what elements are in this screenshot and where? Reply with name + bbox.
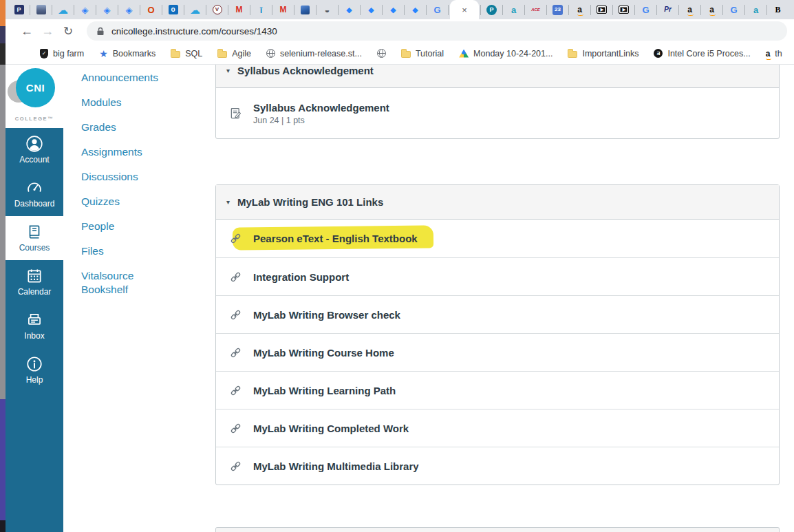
amazon-teal-tab[interactable]: a: [747, 0, 765, 19]
bloomberg-tab[interactable]: B: [769, 0, 787, 19]
tab-separator: [590, 5, 591, 15]
module-item[interactable]: Integration Support: [216, 257, 779, 295]
bookmark-intel[interactable]: ƎIntel Core i5 Proces...: [654, 49, 750, 58]
video-play-tab[interactable]: ▶: [614, 0, 633, 19]
pearson-tab-icon: P: [486, 5, 497, 15]
course-nav-files[interactable]: Files: [81, 244, 171, 258]
outlook-tab[interactable]: o: [164, 0, 182, 19]
sidebar-item-help[interactable]: Help: [6, 348, 63, 392]
tasks-23-tab[interactable]: 23: [548, 0, 567, 19]
google-tab[interactable]: G: [725, 0, 743, 19]
jira-tab[interactable]: ◆: [340, 0, 358, 19]
diamond-app-tab[interactable]: ◈: [98, 0, 116, 19]
module-header[interactable]: [216, 528, 779, 532]
course-nav-discussions[interactable]: Discussions: [81, 170, 171, 184]
module-item[interactable]: MyLab Writing Multimedia Library: [216, 447, 779, 485]
sidebar-item-dashboard[interactable]: Dashboard: [6, 172, 63, 216]
item-title: MyLab Writing Completed Work: [253, 423, 409, 434]
bookmark-label: selenium-release.st...: [280, 49, 362, 58]
module-item[interactable]: MyLab Writing Browser check: [216, 295, 779, 333]
amazon-smile-tab[interactable]: a: [702, 0, 721, 19]
active-tab[interactable]: ×: [450, 0, 479, 19]
cni-logo[interactable]: CNI COLLEGE™: [6, 65, 63, 128]
bookmark-big-farm[interactable]: ✓big farm: [40, 49, 84, 58]
bookmark-bookmarks-folder[interactable]: ★Bookmarks: [99, 49, 155, 58]
jira-tab[interactable]: ◆: [384, 0, 403, 19]
office-tab[interactable]: O: [142, 0, 160, 19]
diamond-app-tab[interactable]: ◈: [120, 0, 138, 19]
course-nav-grades[interactable]: Grades: [81, 120, 171, 134]
diamond-app-tab[interactable]: ◈: [76, 0, 94, 19]
video-play-tab[interactable]: ▶: [592, 0, 611, 19]
item-title: Integration Support: [253, 271, 349, 283]
tab-separator: [700, 5, 701, 15]
amazon-smile-tab[interactable]: a: [570, 0, 589, 19]
forward-button[interactable]: →: [37, 24, 58, 39]
module-item[interactable]: Pearson eText - English Textbook: [216, 220, 779, 257]
gmail-tab[interactable]: M: [274, 0, 292, 19]
tab-separator: [140, 5, 140, 15]
course-nav-people[interactable]: People: [81, 220, 171, 233]
globe-tab[interactable]: ◒: [318, 0, 336, 19]
google-tab[interactable]: G: [636, 0, 655, 19]
bookmark-monday-drive[interactable]: Monday 10-24-201...: [459, 49, 552, 58]
reload-button[interactable]: ↻: [58, 24, 78, 39]
module-header[interactable]: ▾MyLab Writing ENG 101 Links: [216, 185, 779, 220]
sidebar-item-label: Account: [6, 155, 63, 164]
premiere-tab[interactable]: Pr: [658, 0, 677, 19]
account-icon: [25, 135, 43, 153]
module-item[interactable]: Syllabus AcknowledgementJun 24 | 1 pts: [216, 88, 779, 138]
course-nav-vitalsource-bookshelf[interactable]: Vitalsource Bookshelf: [81, 269, 171, 297]
gmail-tab[interactable]: M: [230, 0, 248, 19]
close-tab-icon[interactable]: ×: [462, 6, 467, 14]
pearson-tab[interactable]: P: [482, 0, 501, 19]
vivaldi-tab[interactable]: V: [208, 0, 226, 19]
bookmark-amazon-th[interactable]: ath: [766, 49, 782, 58]
bookmark-selenium-release[interactable]: selenium-release.st...: [266, 49, 362, 58]
jira-tab-icon: ◆: [368, 6, 374, 14]
module-item[interactable]: MyLab Writing Completed Work: [216, 409, 779, 447]
sidebar-item-account[interactable]: Account: [6, 128, 63, 172]
bookmark-agile-folder[interactable]: Agile: [217, 49, 251, 58]
bookmark-sql-folder[interactable]: SQL: [171, 49, 202, 58]
desktop-sliver-segment: [0, 399, 6, 520]
module-header[interactable]: ▾Syllabus Acknowledgement: [216, 65, 779, 88]
tasks-23-tab-icon: 23: [552, 5, 563, 15]
tab-separator: [184, 5, 184, 15]
ace-hardware-tab[interactable]: ACE: [526, 0, 545, 19]
diamond-app-tab-icon: ◈: [126, 6, 133, 14]
assistant-tab[interactable]: î: [252, 0, 270, 19]
package-cube-tab[interactable]: [296, 0, 314, 19]
sidebar-item-courses[interactable]: Courses: [6, 216, 63, 260]
google-tab[interactable]: G: [428, 0, 447, 19]
module-item[interactable]: MyLab Writing Course Home: [216, 333, 779, 371]
sidebar-item-calendar[interactable]: Calendar: [6, 260, 63, 304]
course-nav-announcements[interactable]: Announcements: [81, 71, 171, 85]
cloud-app-tab[interactable]: ☁: [54, 0, 72, 19]
bookmark-label: big farm: [53, 49, 84, 58]
course-nav-modules[interactable]: Modules: [81, 96, 171, 109]
bookmark-tutorial-folder[interactable]: Tutorial: [401, 49, 444, 58]
bookmark-globe[interactable]: [377, 49, 386, 58]
bookmark-monday-drive-icon: [459, 50, 469, 58]
course-nav-quizzes[interactable]: Quizzes: [81, 195, 171, 209]
collapse-icon[interactable]: ▾: [226, 67, 230, 74]
cloud-app-tab[interactable]: ☁: [186, 0, 204, 19]
bookmark-importantlinks-folder[interactable]: ImportantLinks: [568, 49, 639, 58]
calendar-icon: [25, 267, 43, 285]
jira-tab[interactable]: ◆: [362, 0, 380, 19]
sidebar-item-inbox[interactable]: Inbox: [6, 304, 63, 348]
collapse-icon[interactable]: ▾: [226, 199, 230, 206]
amazon-teal-tab[interactable]: a: [504, 0, 523, 19]
back-button[interactable]: ←: [17, 24, 37, 39]
site-thumbnail-tab[interactable]: [32, 0, 50, 19]
paypal-tab[interactable]: P: [10, 0, 28, 19]
tab-separator: [404, 5, 405, 15]
tab-separator: [766, 5, 767, 15]
amazon-smile-tab[interactable]: a: [680, 0, 699, 19]
module-item[interactable]: MyLab Writing Learning Path: [216, 371, 779, 409]
course-nav-assignments[interactable]: Assignments: [81, 145, 171, 159]
jira-tab[interactable]: ◆: [406, 0, 425, 19]
address-bar[interactable]: cnicollege.instructure.com/courses/1430: [87, 21, 787, 41]
desktop-sliver-segment: [0, 0, 6, 26]
